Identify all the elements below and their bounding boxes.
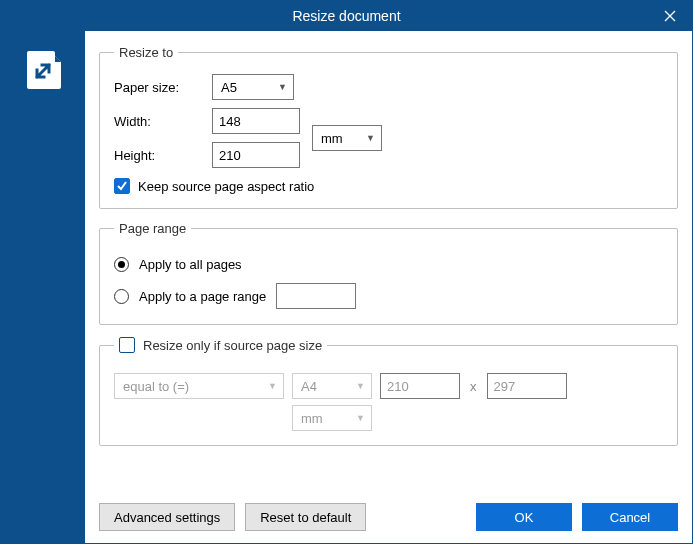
height-input[interactable]: [212, 142, 300, 168]
check-icon: [116, 180, 128, 192]
unit-select[interactable]: mm ▼: [312, 125, 382, 151]
chevron-down-icon: ▼: [356, 381, 365, 391]
unit-value: mm: [321, 131, 343, 146]
condition-enable-checkbox[interactable]: [119, 337, 135, 353]
condition-unit-value: mm: [301, 411, 323, 426]
apply-range-label: Apply to a page range: [139, 289, 266, 304]
resize-to-group: Resize to Paper size: A5 ▼ Width: mm ▼: [99, 45, 678, 209]
resize-document-dialog: Resize document Resize to Paper size:: [0, 0, 693, 544]
resize-to-legend: Resize to: [114, 45, 178, 60]
width-input[interactable]: [212, 108, 300, 134]
condition-legend-text: Resize only if source page size: [143, 338, 322, 353]
condition-operator-value: equal to (=): [123, 379, 189, 394]
condition-width-input: [380, 373, 460, 399]
titlebar: Resize document: [1, 1, 692, 31]
condition-paper-value: A4: [301, 379, 317, 394]
condition-paper-select: A4 ▼: [292, 373, 372, 399]
paper-size-label: Paper size:: [114, 80, 202, 95]
page-range-input[interactable]: [276, 283, 356, 309]
chevron-down-icon: ▼: [278, 82, 287, 92]
apply-all-label: Apply to all pages: [139, 257, 242, 272]
dimension-separator: x: [468, 379, 479, 394]
resize-icon: [21, 47, 65, 91]
content-area: Resize to Paper size: A5 ▼ Width: mm ▼: [85, 31, 692, 543]
paper-size-value: A5: [221, 80, 237, 95]
apply-range-radio[interactable]: [114, 289, 129, 304]
reset-to-default-button[interactable]: Reset to default: [245, 503, 366, 531]
advanced-settings-button[interactable]: Advanced settings: [99, 503, 235, 531]
dialog-body: Resize to Paper size: A5 ▼ Width: mm ▼: [1, 31, 692, 543]
dialog-title: Resize document: [292, 8, 400, 24]
keep-aspect-checkbox[interactable]: [114, 178, 130, 194]
page-range-legend: Page range: [114, 221, 191, 236]
sidebar: [1, 31, 85, 543]
width-label: Width:: [114, 114, 202, 129]
condition-group: Resize only if source page size equal to…: [99, 337, 678, 446]
height-label: Height:: [114, 148, 202, 163]
button-row: Advanced settings Reset to default OK Ca…: [99, 503, 678, 531]
condition-unit-select: mm ▼: [292, 405, 372, 431]
chevron-down-icon: ▼: [356, 413, 365, 423]
close-button[interactable]: [648, 1, 692, 31]
cancel-button[interactable]: Cancel: [582, 503, 678, 531]
chevron-down-icon: ▼: [268, 381, 277, 391]
paper-size-select[interactable]: A5 ▼: [212, 74, 294, 100]
ok-button[interactable]: OK: [476, 503, 572, 531]
condition-legend: Resize only if source page size: [114, 337, 327, 353]
page-range-group: Page range Apply to all pages Apply to a…: [99, 221, 678, 325]
apply-all-radio[interactable]: [114, 257, 129, 272]
condition-height-input: [487, 373, 567, 399]
chevron-down-icon: ▼: [366, 133, 375, 143]
condition-operator-select: equal to (=) ▼: [114, 373, 284, 399]
keep-aspect-label: Keep source page aspect ratio: [138, 179, 314, 194]
close-icon: [664, 10, 676, 22]
